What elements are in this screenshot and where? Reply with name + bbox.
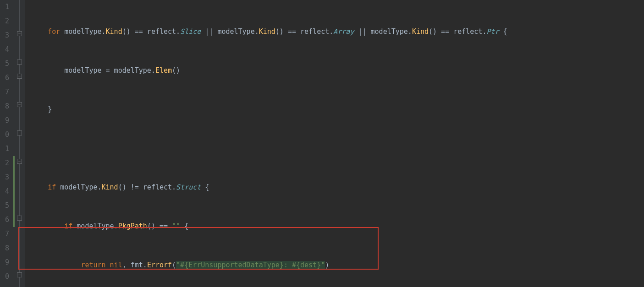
code-line[interactable]: modelType = modelType.Elem() [31, 64, 644, 78]
line-number: 7 [0, 227, 9, 241]
line-number: 0 [0, 270, 9, 284]
fold-marker-icon[interactable] [17, 216, 22, 221]
line-number: 8 [0, 241, 9, 255]
line-number: 2 [0, 14, 9, 28]
line-number-gutter: 1 2 3 4 5 6 7 8 9 0 1 2 3 4 5 6 7 8 9 0 [0, 0, 13, 287]
line-number: 7 [0, 85, 9, 99]
code-line[interactable]: return nil, fmt.Errorf("#{ErrUnsupported… [31, 258, 644, 272]
code-line[interactable]: } [31, 103, 644, 117]
line-number: 1 [0, 0, 9, 14]
line-number: 5 [0, 57, 9, 71]
line-number: 2 [0, 156, 9, 170]
line-number: 9 [0, 255, 9, 270]
fold-marker-icon[interactable] [17, 60, 22, 65]
code-area[interactable]: for modelType.Kind() == reflect.Slice ||… [25, 0, 644, 287]
line-number: 0 [0, 128, 9, 142]
line-number: 6 [0, 71, 9, 85]
line-number: 3 [0, 28, 9, 43]
fold-marker-icon[interactable] [17, 31, 22, 36]
fold-marker-icon[interactable] [17, 102, 22, 107]
line-number: 8 [0, 99, 9, 114]
code-line[interactable]: if modelType.PkgPath() == "" { [31, 219, 644, 233]
code-line[interactable]: if modelType.Kind() != reflect.Struct { [31, 180, 644, 195]
fold-gutter[interactable] [15, 0, 25, 287]
code-line[interactable]: for modelType.Kind() == reflect.Slice ||… [31, 25, 644, 39]
line-number: 4 [0, 43, 9, 57]
fold-marker-icon[interactable] [17, 159, 22, 164]
code-line[interactable] [31, 141, 644, 156]
line-number: 4 [0, 184, 9, 199]
line-number: 9 [0, 114, 9, 128]
fold-marker-icon[interactable] [17, 130, 22, 135]
fold-marker-icon[interactable] [17, 74, 22, 79]
line-number: 6 [0, 213, 9, 227]
code-editor[interactable]: 1 2 3 4 5 6 7 8 9 0 1 2 3 4 5 6 7 8 9 0 [0, 0, 644, 287]
line-number: 5 [0, 199, 9, 213]
line-number: 3 [0, 170, 9, 184]
line-number: 1 [0, 142, 9, 156]
fold-marker-icon[interactable] [17, 272, 22, 277]
